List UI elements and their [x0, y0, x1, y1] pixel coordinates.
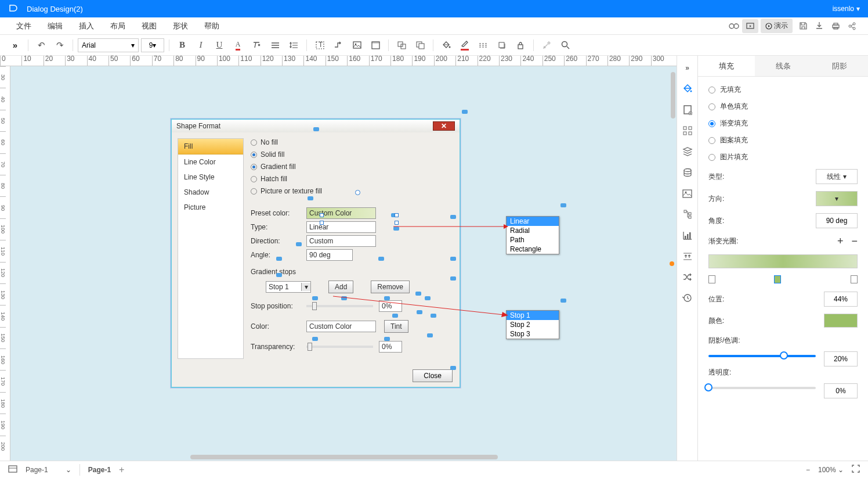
close-icon[interactable]: ✕ [433, 121, 455, 131]
selection-handle[interactable] [560, 299, 566, 303]
selection-handle[interactable] [560, 203, 566, 207]
selection-handle[interactable] [450, 257, 456, 261]
remove-stop-icon[interactable]: − [851, 235, 858, 247]
lock-icon[interactable] [512, 37, 529, 53]
popup-item-radial[interactable]: Radial [507, 226, 559, 235]
tree-tool-icon[interactable] [681, 208, 694, 221]
canvas[interactable]: Shape Format ✕ Fill Line Color Line Styl… [10, 66, 677, 461]
data-tool-icon[interactable] [681, 166, 694, 179]
hscroll-thumb[interactable] [190, 455, 498, 459]
font-color-icon[interactable]: A [230, 37, 246, 53]
transparency-input[interactable]: 0% [379, 341, 402, 353]
menu-shape[interactable]: 形状 [165, 21, 196, 31]
selection-handle[interactable] [276, 273, 282, 277]
download-icon[interactable] [811, 19, 827, 33]
line-style-icon[interactable] [475, 37, 491, 53]
selection-handle[interactable] [312, 337, 318, 341]
clear-format-icon[interactable] [248, 37, 265, 53]
add-page-icon[interactable]: + [119, 465, 124, 475]
nav-line-style[interactable]: Line Style [178, 170, 243, 185]
add-stop-icon[interactable]: + [837, 235, 844, 247]
zoom-level[interactable]: 100% ⌄ [818, 466, 844, 474]
preset-color-select[interactable]: Custom Color [306, 207, 376, 219]
gradient-stop[interactable] [774, 275, 781, 283]
container-icon[interactable] [367, 37, 384, 53]
undo-icon[interactable]: ↶ [33, 37, 49, 53]
popup-item-stop3[interactable]: Stop 3 [507, 329, 559, 339]
present-button[interactable]: 演示 [761, 19, 793, 33]
line-color-icon[interactable] [457, 37, 473, 53]
pposition-input[interactable] [824, 292, 858, 307]
selection-handle[interactable] [296, 242, 302, 246]
selection-handle[interactable] [462, 110, 468, 114]
nav-fill[interactable]: Fill [178, 139, 243, 154]
align-icon[interactable] [267, 37, 283, 53]
selection-handle[interactable] [312, 296, 318, 300]
grid-tool-icon[interactable] [681, 124, 694, 137]
selection-handle[interactable] [276, 257, 282, 261]
gradient-stop[interactable] [851, 275, 858, 283]
tab-fill[interactable]: 填充 [698, 56, 755, 76]
selection-handle[interactable] [415, 292, 421, 296]
radio-solid-fill[interactable]: Solid fill [251, 150, 454, 159]
font-family-select[interactable]: Arial▾ [78, 38, 139, 52]
italic-icon[interactable]: I [193, 37, 209, 53]
pradio-solid[interactable]: 单色填充 [708, 102, 858, 112]
nav-picture[interactable]: Picture [178, 200, 243, 215]
angle-input[interactable]: 90 deg [306, 249, 353, 261]
resize-handle[interactable] [320, 213, 324, 217]
vscroll-thumb[interactable] [671, 72, 675, 118]
popup-item-stop2[interactable]: Stop 2 [507, 320, 559, 329]
popup-item-path[interactable]: Path [507, 235, 559, 245]
pradio-none[interactable]: 无填充 [708, 85, 858, 95]
tab-line[interactable]: 线条 [755, 56, 812, 76]
ptype-select[interactable]: 线性▾ [816, 169, 858, 184]
ptransp-input[interactable] [824, 383, 858, 398]
nav-shadow[interactable]: Shadow [178, 185, 243, 200]
radio-no-fill[interactable]: No fill [251, 138, 454, 146]
rotation-handle[interactable] [355, 190, 360, 195]
spacing-tool-icon[interactable] [681, 250, 694, 263]
page-tool-icon[interactable] [681, 103, 694, 116]
stop-select[interactable]: Stop 1▾ [266, 281, 311, 293]
selection-handle[interactable] [378, 257, 384, 261]
menu-view[interactable]: 视图 [133, 21, 165, 31]
font-size-select[interactable]: 9 ▾ [141, 38, 164, 52]
add-button[interactable]: Add [328, 281, 353, 293]
chart-tool-icon[interactable] [681, 229, 694, 242]
transp-slider[interactable] [708, 387, 816, 389]
gradient-stop[interactable] [708, 275, 715, 283]
close-button[interactable]: Close [413, 369, 453, 382]
redo-icon[interactable]: ↷ [52, 37, 68, 53]
selection-handle[interactable] [450, 366, 456, 370]
radio-picture-fill[interactable]: Picture or texture fill [251, 187, 454, 195]
print-icon[interactable] [827, 19, 844, 33]
popup-item-stop1[interactable]: Stop 1 [507, 311, 559, 320]
selection-handle[interactable] [427, 333, 433, 337]
arrange-icon[interactable] [412, 37, 428, 53]
text-box-icon[interactable]: T [312, 37, 328, 53]
menu-edit[interactable]: 编辑 [39, 21, 71, 31]
remove-button[interactable]: Remove [371, 281, 410, 293]
pangle-input[interactable] [816, 213, 858, 228]
selection-handle[interactable] [393, 227, 399, 231]
pdirection-select[interactable]: ▾ [816, 191, 858, 206]
bold-icon[interactable]: B [174, 37, 190, 53]
save-icon[interactable] [795, 19, 811, 33]
user-menu[interactable]: issenlo▾ [833, 5, 860, 13]
underline-icon[interactable]: U [211, 37, 227, 53]
nav-line-color[interactable]: Line Color [178, 154, 243, 170]
tools-icon[interactable] [538, 37, 555, 53]
history-tool-icon[interactable] [681, 292, 694, 304]
selection-handle[interactable] [425, 296, 431, 300]
popup-item-linear[interactable]: Linear [507, 217, 559, 226]
group-icon[interactable] [393, 37, 410, 53]
selection-handle[interactable] [384, 337, 390, 341]
menu-file[interactable]: 文件 [8, 21, 39, 31]
expand-panel-icon[interactable]: » [681, 62, 694, 74]
layers-tool-icon[interactable] [681, 145, 694, 158]
fullscreen-icon[interactable] [852, 465, 860, 475]
search-icon[interactable] [557, 37, 573, 53]
brainstorm-icon[interactable] [726, 19, 742, 33]
tint-button[interactable]: Tint [384, 320, 408, 333]
